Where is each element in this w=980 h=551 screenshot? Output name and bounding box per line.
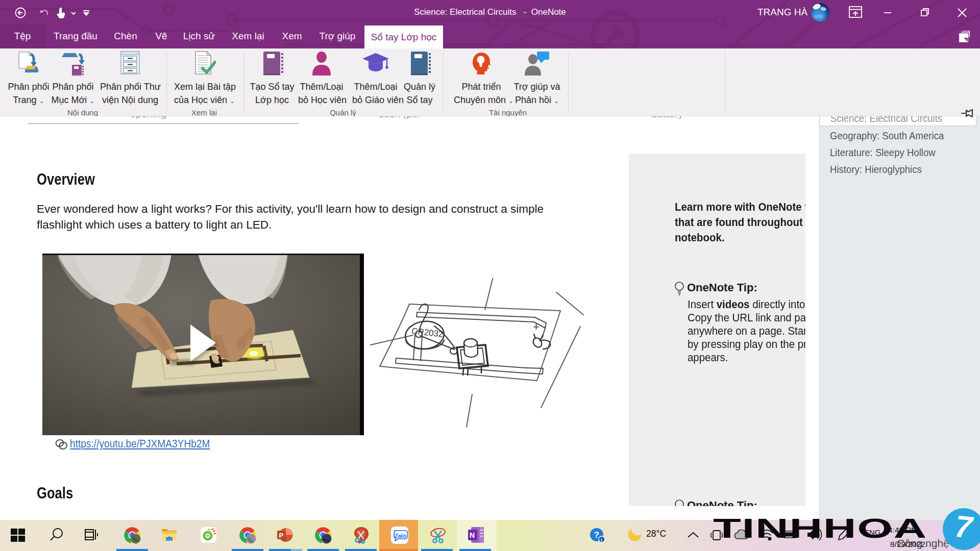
svg-text:?: ? — [594, 530, 599, 540]
svg-text:CR2032: CR2032 — [411, 326, 444, 339]
svg-text:Zalo: Zalo — [395, 533, 406, 539]
svg-text:P: P — [279, 532, 284, 539]
svg-text:N: N — [470, 531, 475, 539]
svg-text:+: + — [533, 320, 540, 333]
svg-text:i: i — [601, 537, 602, 542]
